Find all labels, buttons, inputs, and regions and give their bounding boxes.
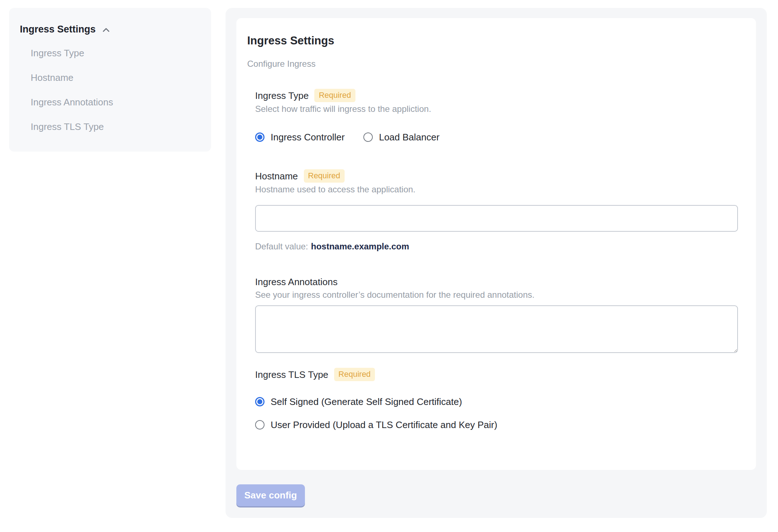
ingress-tls-type-radio-group: Self Signed (Generate Self Signed Certif… — [255, 396, 738, 431]
sidebar-item-ingress-tls-type[interactable]: Ingress TLS Type — [31, 121, 200, 133]
required-badge: Required — [314, 89, 355, 102]
ingress-type-section: Ingress Type Required Select how traffic… — [255, 89, 738, 143]
radio-unselected-icon[interactable] — [363, 132, 373, 142]
ingress-type-description: Select how traffic will ingress to the a… — [255, 104, 738, 114]
sidebar-item-hostname[interactable]: Hostname — [31, 71, 200, 84]
radio-selected-icon[interactable] — [255, 132, 265, 142]
ingress-annotations-description: See your ingress controller’s documentat… — [255, 289, 738, 300]
ingress-type-label: Ingress Type — [255, 90, 309, 102]
sidebar-item-ingress-type[interactable]: Ingress Type — [31, 47, 200, 59]
ingress-settings-card: Ingress Settings Configure Ingress Ingre… — [236, 18, 756, 470]
radio-label: User Provided (Upload a TLS Certificate … — [271, 419, 497, 431]
sidebar-item-list: Ingress Type Hostname Ingress Annotation… — [31, 47, 200, 133]
radio-option-user-provided[interactable]: User Provided (Upload a TLS Certificate … — [255, 419, 738, 431]
radio-option-load-balancer[interactable]: Load Balancer — [363, 131, 440, 143]
sidebar-section-title: Ingress Settings — [20, 23, 96, 35]
page-subtitle: Configure Ingress — [247, 58, 738, 69]
sidebar-section-toggle[interactable]: Ingress Settings — [20, 23, 200, 35]
chevron-up-icon — [101, 25, 112, 35]
save-config-button[interactable]: Save config — [236, 484, 305, 506]
default-value-label: Default value: — [255, 241, 308, 251]
hostname-input[interactable] — [255, 205, 738, 232]
hostname-section: Hostname Required Hostname used to acces… — [255, 169, 738, 252]
ingress-settings-panel: Ingress Settings Configure Ingress Ingre… — [226, 8, 767, 518]
radio-label: Self Signed (Generate Self Signed Certif… — [271, 396, 462, 408]
required-badge: Required — [334, 368, 375, 381]
default-value-text: hostname.example.com — [311, 241, 409, 251]
ingress-tls-type-label: Ingress TLS Type — [255, 369, 328, 381]
radio-label: Ingress Controller — [271, 131, 345, 143]
ingress-annotations-textarea[interactable] — [255, 305, 738, 353]
ingress-type-radio-group: Ingress Controller Load Balancer — [255, 131, 738, 143]
required-badge: Required — [304, 169, 345, 183]
ingress-annotations-label: Ingress Annotations — [255, 276, 337, 288]
ingress-annotations-section: Ingress Annotations See your ingress con… — [255, 276, 738, 353]
ingress-tls-type-section: Ingress TLS Type Required Self Signed (G… — [255, 368, 738, 431]
sidebar-item-ingress-annotations[interactable]: Ingress Annotations — [31, 96, 200, 108]
page-title: Ingress Settings — [247, 34, 738, 48]
hostname-description: Hostname used to access the application. — [255, 184, 738, 195]
hostname-label: Hostname — [255, 170, 298, 182]
hostname-default-line: Default value:hostname.example.com — [255, 241, 738, 252]
radio-selected-icon[interactable] — [255, 397, 265, 406]
radio-option-self-signed[interactable]: Self Signed (Generate Self Signed Certif… — [255, 396, 738, 408]
radio-option-ingress-controller[interactable]: Ingress Controller — [255, 131, 345, 143]
form-sections: Ingress Type Required Select how traffic… — [255, 89, 738, 431]
radio-unselected-icon[interactable] — [255, 420, 265, 429]
ingress-settings-sidebar: Ingress Settings Ingress Type Hostname I… — [9, 8, 211, 152]
radio-label: Load Balancer — [379, 131, 440, 143]
